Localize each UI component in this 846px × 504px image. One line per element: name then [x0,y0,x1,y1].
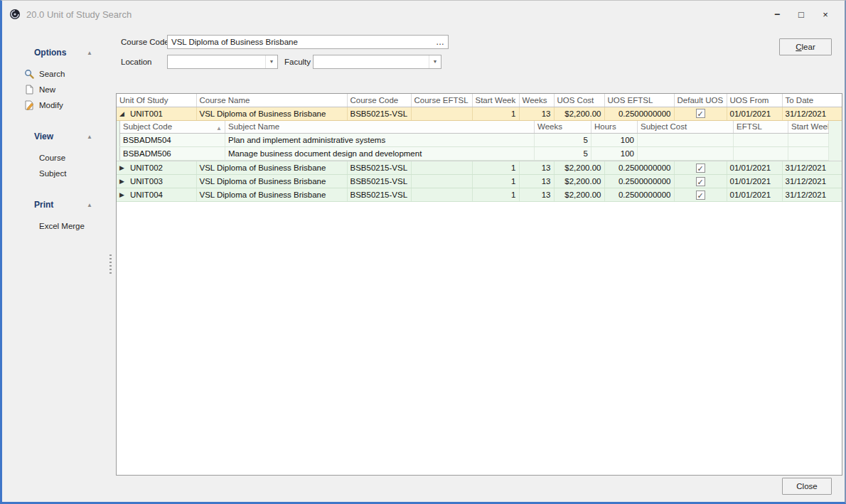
cell-unit-of-study[interactable]: ▶UNIT004 [117,188,196,202]
cell-course-eftsl[interactable] [411,161,472,175]
cell-unit-of-study[interactable]: ▶UNIT003 [117,175,196,188]
cell-course-name[interactable]: VSL Diploma of Business Brisbane [196,107,347,120]
cell-uos-eftsl[interactable]: 0.2500000000 [604,161,674,175]
cell-to-date[interactable]: 31/12/2021 [782,175,842,188]
course-browse-button[interactable]: … [432,36,448,48]
default-uos-checkbox[interactable]: ✓ [696,177,705,186]
default-uos-checkbox[interactable]: ✓ [696,163,705,173]
cell-weeks[interactable]: 13 [519,188,554,202]
cell-start-week[interactable]: 1 [472,175,519,188]
cell-subject-hours[interactable]: 100 [591,147,638,161]
default-uos-checkbox[interactable]: ✓ [696,191,705,200]
cell-course-code[interactable]: BSB50215-VSL [347,107,411,120]
collapse-row-icon[interactable]: ◢ [119,110,130,117]
course-code-input[interactable]: VSL Diploma of Business Brisbane … [167,35,449,49]
cell-course-eftsl[interactable] [411,175,472,188]
sidebar-item-modify[interactable]: Modify [2,97,108,113]
col-uos-eftsl[interactable]: UOS EFTSL [604,94,674,107]
col-unit-of-study[interactable]: Unit Of Study [117,94,196,107]
col-subject-name[interactable]: Subject Name [225,121,535,134]
titlebar-close-button[interactable]: × [813,4,837,24]
expand-row-icon[interactable]: ▶ [119,178,130,185]
cell-subject-cost[interactable] [638,147,734,161]
cell-course-name[interactable]: VSL Diploma of Business Brisbane [196,161,347,175]
faculty-dropdown-icon[interactable]: ▼ [429,55,441,68]
cell-uos-eftsl[interactable]: 0.2500000000 [604,107,674,120]
default-uos-checkbox[interactable]: ✓ [696,109,705,118]
cell-start-week[interactable]: 1 [472,107,519,120]
cell-unit-of-study[interactable]: ▶UNIT002 [117,161,196,175]
col-subject-hours[interactable]: Hours [591,121,638,134]
cell-course-eftsl[interactable] [411,107,472,120]
sidebar-item-new[interactable]: New [2,82,108,97]
cell-weeks[interactable]: 13 [519,175,554,188]
unit-row[interactable]: ▶UNIT003 VSL Diploma of Business Brisban… [117,175,842,188]
cell-course-name[interactable]: VSL Diploma of Business Brisbane [196,175,347,188]
cell-subject-name[interactable]: Manage business document design and deve… [225,147,535,161]
col-subject-cost[interactable]: Subject Cost [638,121,734,134]
sidebar-item-course[interactable]: Course [2,150,108,166]
col-uos-from[interactable]: UOS From [727,94,782,107]
cell-to-date[interactable]: 31/12/2021 [782,188,842,202]
cell-uos-cost[interactable]: $2,200.00 [554,107,604,120]
cell-uos-from[interactable]: 01/01/2021 [727,107,782,120]
sidebar-item-subject[interactable]: Subject [2,166,108,181]
cell-to-date[interactable]: 31/12/2021 [782,107,842,120]
sidebar-item-search[interactable]: Search [2,66,108,82]
clear-button[interactable]: Clear [779,38,832,55]
col-uos-cost[interactable]: UOS Cost [554,94,604,107]
col-course-name[interactable]: Course Name [196,94,347,107]
splitter-handle[interactable] [108,28,113,502]
cell-uos-from[interactable]: 01/01/2021 [727,161,782,175]
cell-subject-weeks[interactable]: 5 [535,134,591,147]
col-subject-eftsl[interactable]: EFTSL [734,121,788,134]
section-view-header[interactable]: View ▲ [2,129,108,144]
cell-course-eftsl[interactable] [411,188,472,202]
col-subject-start-week[interactable]: Start Week [788,121,829,134]
cell-subject-hours[interactable]: 100 [591,134,638,147]
section-options-header[interactable]: Options ▲ [2,45,108,60]
cell-default-uos[interactable]: ✓ [674,175,727,188]
col-start-week[interactable]: Start Week [472,94,519,107]
faculty-select[interactable]: ▼ [313,55,441,69]
col-subject-code[interactable]: ▲Subject Code [120,121,225,134]
cell-start-week[interactable]: 1 [472,161,519,175]
cell-subject-start-week[interactable] [788,134,829,147]
expand-row-icon[interactable]: ▶ [119,191,130,198]
cell-subject-cost[interactable] [638,134,734,147]
cell-default-uos[interactable]: ✓ [674,188,727,202]
minimize-button[interactable]: − [765,4,789,24]
close-button[interactable]: Close [782,478,832,495]
unit-row[interactable]: ◢UNIT001 VSL Diploma of Business Brisban… [117,107,842,120]
cell-course-code[interactable]: BSB50215-VSL [347,161,411,175]
cell-subject-code[interactable]: BSBADM504 [120,134,225,147]
expand-row-icon[interactable]: ▶ [119,164,130,171]
cell-course-code[interactable]: BSB50215-VSL [347,188,411,202]
cell-subject-eftsl[interactable] [734,147,788,161]
cell-subject-start-week[interactable] [788,147,829,161]
cell-subject-name[interactable]: Plan and implement administrative system… [225,134,535,147]
subject-row[interactable]: BSBADM506 Manage business document desig… [120,147,829,161]
sidebar-item-excel-merge[interactable]: Excel Merge [2,218,108,234]
cell-uos-eftsl[interactable]: 0.2500000000 [604,188,674,202]
cell-uos-from[interactable]: 01/01/2021 [727,175,782,188]
cell-start-week[interactable]: 1 [472,188,519,202]
cell-default-uos[interactable]: ✓ [674,161,727,175]
cell-uos-cost[interactable]: $2,200.00 [554,188,604,202]
col-course-eftsl[interactable]: Course EFTSL [411,94,472,107]
location-dropdown-icon[interactable]: ▼ [265,55,277,68]
subject-row[interactable]: BSBADM504 Plan and implement administrat… [120,134,829,147]
maximize-button[interactable]: □ [789,4,813,24]
cell-course-code[interactable]: BSB50215-VSL [347,175,411,188]
location-select[interactable]: ▼ [167,55,278,69]
cell-to-date[interactable]: 31/12/2021 [782,161,842,175]
col-default-uos[interactable]: Default UOS [674,94,727,107]
cell-weeks[interactable]: 13 [519,107,554,120]
cell-unit-of-study[interactable]: ◢UNIT001 [117,107,196,120]
col-course-code[interactable]: Course Code [347,94,411,107]
cell-subject-code[interactable]: BSBADM506 [120,147,225,161]
cell-weeks[interactable]: 13 [519,161,554,175]
col-to-date[interactable]: To Date [782,94,842,107]
cell-default-uos[interactable]: ✓ [674,107,727,120]
cell-uos-cost[interactable]: $2,200.00 [554,161,604,175]
